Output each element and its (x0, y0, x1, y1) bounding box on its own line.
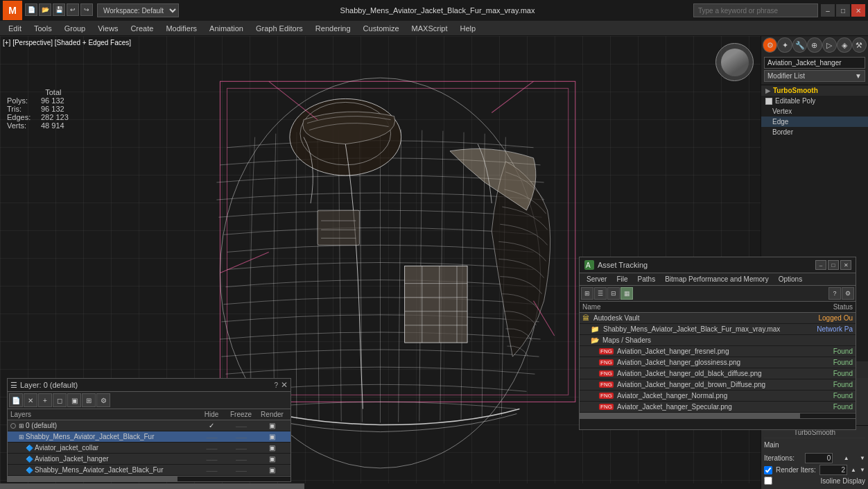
modifier-editable-poly[interactable]: Editable Poly (761, 96, 868, 106)
search-bar[interactable] (693, 3, 818, 17)
save-file-button[interactable]: 💾 (53, 3, 65, 16)
minimize-button[interactable]: – (821, 4, 835, 17)
asset-row-glossiness[interactable]: FNG Aviation_Jacket_hanger_glossiness.pn… (580, 357, 856, 368)
redo-button[interactable]: ↪ (80, 3, 93, 16)
hierarchy-icon[interactable]: ⊕ (807, 37, 822, 53)
layer-row-hanger[interactable]: 🔷 Aviation_Jacket_hanger — — — — ▣ (8, 454, 290, 465)
viewport-scrollbar-thumb[interactable] (0, 483, 304, 489)
restore-button[interactable]: □ (836, 4, 850, 17)
isoline-checkbox[interactable] (764, 477, 772, 485)
asset-menu-file[interactable]: File (612, 275, 632, 284)
modifier-turbosmooth[interactable]: ▶ TurboSmooth (761, 85, 868, 96)
asset-minimize-button[interactable]: – (815, 260, 826, 270)
asset-row-fresnel[interactable]: FNG Aviation_Jacket_hanger_fresnel.png F… (580, 346, 856, 357)
display-icon[interactable]: ◈ (837, 37, 851, 53)
iterations-stepper-up[interactable]: ▲ (844, 455, 849, 461)
asset-menu-options[interactable]: Options (774, 275, 806, 284)
asset-row-specular[interactable]: FNG Aviator_Jacket_hanger_Specular.png F… (580, 402, 856, 413)
asset-menu-server[interactable]: Server (582, 275, 611, 284)
layer-row-fur[interactable]: 🔷 Shabby_Mens_Aviator_Jacket_Black_Fur —… (8, 465, 290, 476)
asset-grid-view-icon[interactable]: ⊟ (607, 287, 620, 300)
layer-panel-close-button[interactable]: ✕ (281, 380, 288, 390)
menu-customize[interactable]: Customize (358, 23, 405, 34)
old-black-label: Aviation_Jacket_hanger_old_black_diffuse… (617, 370, 762, 377)
layer-merge-button[interactable]: ⊞ (82, 393, 96, 407)
layer-scrollbar-thumb[interactable] (8, 477, 177, 482)
layer-add-button[interactable]: + (38, 393, 52, 407)
undo-button[interactable]: ↩ (67, 3, 79, 16)
modify-icon[interactable]: 🔧 (792, 37, 807, 53)
asset-row-max-file[interactable]: 📁 Shabby_Mens_Aviator_Jacket_Black_Fur_m… (580, 324, 856, 335)
modifier-vertex[interactable]: Vertex (761, 106, 868, 117)
layer-row-shabby[interactable]: ⊞ Shabby_Mens_Aviator_Jacket_Black_Fur —… (8, 431, 290, 443)
asset-list-view-icon[interactable]: ☰ (594, 287, 607, 300)
asset-close-button[interactable]: ✕ (840, 260, 851, 270)
render-iters-stepper-up[interactable]: ▲ (851, 467, 856, 473)
asset-horizontal-scrollbar[interactable] (580, 413, 856, 418)
utilities-icon[interactable]: ⚒ (852, 37, 867, 53)
tris-value: 96 132 (41, 105, 64, 113)
close-button[interactable]: ✕ (851, 4, 865, 17)
layer-highlight-button[interactable]: ▣ (67, 393, 81, 407)
menu-edit[interactable]: Edit (3, 23, 27, 34)
viewport-horizontal-scrollbar[interactable] (0, 483, 761, 489)
main-tools-icon[interactable]: ⚙ (763, 37, 777, 53)
freeze-column-label: Freeze (225, 411, 257, 418)
layer-delete-button[interactable]: ✕ (24, 393, 37, 407)
motion-icon[interactable]: ▷ (822, 37, 837, 53)
layer-settings-button[interactable]: ⚙ (96, 393, 110, 407)
old-black-fng-badge: FNG (599, 370, 614, 377)
menu-views[interactable]: Views (92, 23, 123, 34)
normal-label: Aviator_Jacket_hanger_Normal.png (617, 392, 727, 400)
menu-help[interactable]: Help (455, 23, 482, 34)
editable-poly-checkbox[interactable] (765, 98, 772, 105)
iterations-input[interactable] (805, 453, 833, 463)
layer-horizontal-scrollbar[interactable] (8, 476, 290, 481)
menu-group[interactable]: Group (59, 23, 92, 34)
asset-settings-icon[interactable]: ⚙ (842, 287, 854, 300)
render-iters-checkbox[interactable] (764, 466, 772, 474)
asset-max-file-status: Network Pa (797, 325, 853, 333)
menu-modifiers[interactable]: Modifiers (160, 23, 202, 34)
open-file-button[interactable]: 📂 (39, 3, 51, 16)
layer-hanger-label: Aviation_Jacket_hanger (35, 455, 109, 463)
asset-row-maps[interactable]: 📂 Maps / Shaders (580, 335, 856, 346)
workspace-dropdown[interactable]: Workspace: Default (97, 3, 179, 17)
new-file-button[interactable]: 📄 (25, 3, 37, 16)
asset-row-vault[interactable]: 🏛 Autodesk Vault Logged Ou (580, 313, 856, 324)
menu-create[interactable]: Create (125, 23, 159, 34)
asset-menu-bitmap[interactable]: Bitmap Performance and Memory (661, 275, 773, 284)
polys-label: Polys: (7, 96, 38, 105)
isoline-label: Isoline Display (821, 477, 865, 485)
menu-maxscript[interactable]: MAXScript (406, 23, 453, 34)
asset-row-old-black[interactable]: FNG Aviation_Jacket_hanger_old_black_dif… (580, 368, 856, 379)
asset-menu-paths[interactable]: Paths (634, 275, 660, 284)
layer-row-collar[interactable]: 🔷 Aviator_jacket_collar — — — — ▣ (8, 443, 290, 454)
layer-select-button[interactable]: ◻ (53, 393, 67, 407)
asset-restore-button[interactable]: □ (828, 260, 839, 270)
iterations-stepper-down[interactable]: ▼ (860, 455, 865, 461)
modifier-list-arrow: ▼ (855, 72, 862, 80)
asset-help-icon[interactable]: ? (828, 287, 841, 300)
asset-max-file-name: 📁 Shabby_Mens_Aviator_Jacket_Black_Fur_m… (582, 325, 797, 333)
asset-detail-view-icon[interactable]: ▦ (620, 287, 633, 300)
object-name-field[interactable] (764, 57, 865, 69)
create-icon[interactable]: ✦ (777, 37, 792, 53)
asset-tracking-panel: A Asset Tracking – □ ✕ Server File Paths… (579, 257, 856, 430)
menu-tools[interactable]: Tools (28, 23, 58, 34)
modifier-border[interactable]: Border (761, 127, 868, 137)
render-iters-input[interactable] (819, 465, 847, 475)
layer-new-button[interactable]: 📄 (9, 393, 23, 407)
modifier-edge[interactable]: Edge (761, 117, 868, 127)
menu-animation[interactable]: Animation (204, 23, 249, 34)
asset-row-normal[interactable]: FNG Aviator_Jacket_hanger_Normal.png Fou… (580, 391, 856, 402)
menu-rendering[interactable]: Rendering (310, 23, 356, 34)
layer-row-default[interactable]: ⊞ 0 (default) ✓ — — ▣ (8, 420, 290, 431)
render-iters-stepper-down[interactable]: ▼ (860, 467, 865, 473)
layer-panel-help-button[interactable]: ? (274, 381, 278, 389)
asset-row-old-brown[interactable]: FNG Aviation_Jacket_hanger_old_brown_Dif… (580, 379, 856, 391)
menu-graph-editors[interactable]: Graph Editors (250, 23, 309, 34)
modifier-list-dropdown[interactable]: Modifier List ▼ (764, 70, 865, 82)
asset-expand-icon[interactable]: ⊞ (581, 287, 593, 300)
asset-panel-header: A Asset Tracking – □ ✕ (580, 257, 856, 273)
